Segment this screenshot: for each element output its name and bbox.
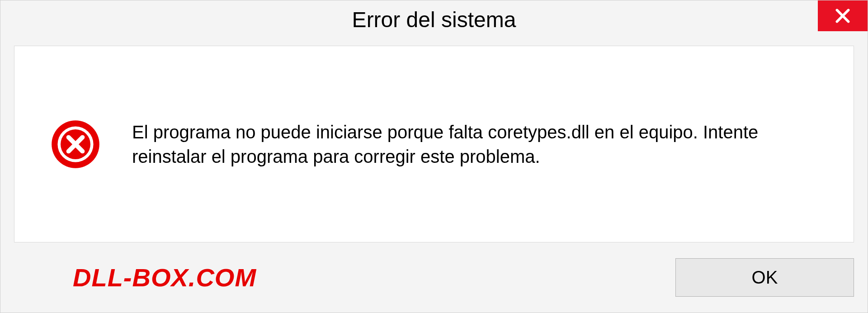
close-button[interactable] bbox=[818, 0, 868, 31]
watermark-text: DLL-BOX.COM bbox=[73, 263, 256, 292]
ok-button[interactable]: OK bbox=[675, 258, 854, 297]
error-icon bbox=[51, 119, 100, 169]
error-message: El programa no puede iniciarse porque fa… bbox=[132, 120, 826, 169]
content-area: El programa no puede iniciarse porque fa… bbox=[14, 46, 854, 242]
titlebar: Error del sistema bbox=[0, 0, 868, 39]
error-dialog: Error del sistema El programa no puede i… bbox=[0, 0, 868, 313]
close-icon bbox=[834, 7, 851, 24]
dialog-title: Error del sistema bbox=[352, 7, 516, 32]
dialog-footer: DLL-BOX.COM OK bbox=[0, 242, 868, 313]
